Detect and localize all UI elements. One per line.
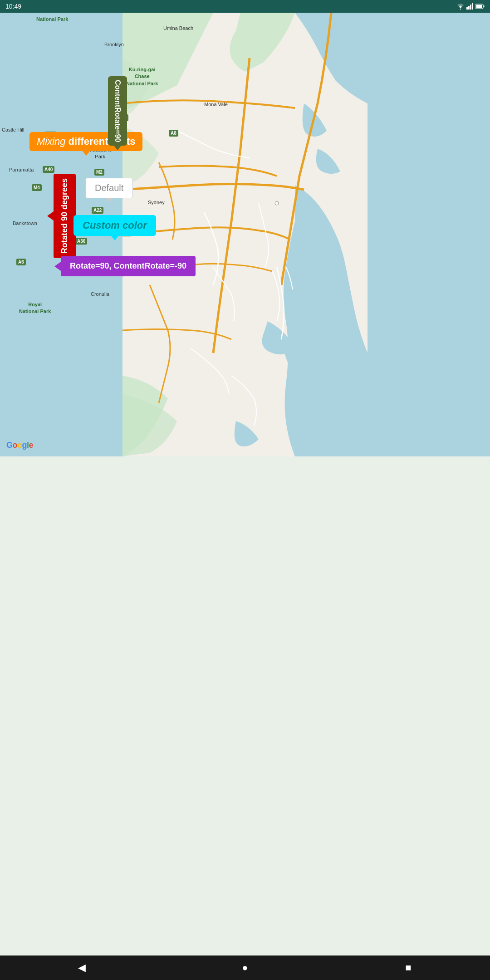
road-badge-a40: A40 (43, 166, 54, 173)
content-rotate-text: ContentRotate=90 (114, 80, 122, 142)
google-logo: Google (6, 441, 33, 450)
default-label-text: Default (95, 183, 123, 193)
custom-color-label[interactable]: Custom color (74, 215, 156, 236)
rotated-arrow (47, 211, 54, 220)
rotated-90-text: Rotated 90 degrees (60, 178, 69, 254)
road-badge-m2: M2 (94, 169, 104, 176)
status-bar: 10:49 (0, 0, 245, 13)
map-container[interactable]: National Park Umina Beach Brooklyn Ku-ri… (0, 13, 245, 456)
rotated-90-label: Rotated 90 degrees (54, 174, 76, 258)
rotated-label-wrapper[interactable]: Rotated 90 degrees (47, 174, 76, 258)
rotate90-content-rotate-text: Rotate=90, ContentRotate=-90 (70, 261, 186, 270)
google-g2: g (22, 441, 27, 450)
road-badge-a36: A36 (75, 238, 87, 245)
road-badge-a8: A8 (169, 130, 178, 137)
status-time: 10:49 (5, 3, 21, 10)
mixing-italic-text: Mixing (37, 136, 66, 147)
road-badge-m4: M4 (32, 184, 42, 191)
road-badge-a22: A22 (92, 207, 103, 214)
google-e: e (29, 441, 34, 450)
custom-color-text: Custom color (83, 220, 147, 231)
road-badge-a6: A6 (16, 259, 26, 265)
rotate90-content-rotate-label: Rotate=90, ContentRotate=-90 (61, 256, 196, 276)
content-rotate-label[interactable]: ContentRotate=90 (108, 76, 127, 146)
rotate90-content-rotate-wrapper[interactable]: Rotate=90, ContentRotate=-90 (54, 256, 196, 276)
google-o2: o (17, 441, 22, 450)
google-g: G (6, 441, 13, 450)
default-label[interactable]: Default (85, 178, 133, 198)
rotate90-arrow (54, 262, 61, 271)
google-o1: o (13, 441, 18, 450)
